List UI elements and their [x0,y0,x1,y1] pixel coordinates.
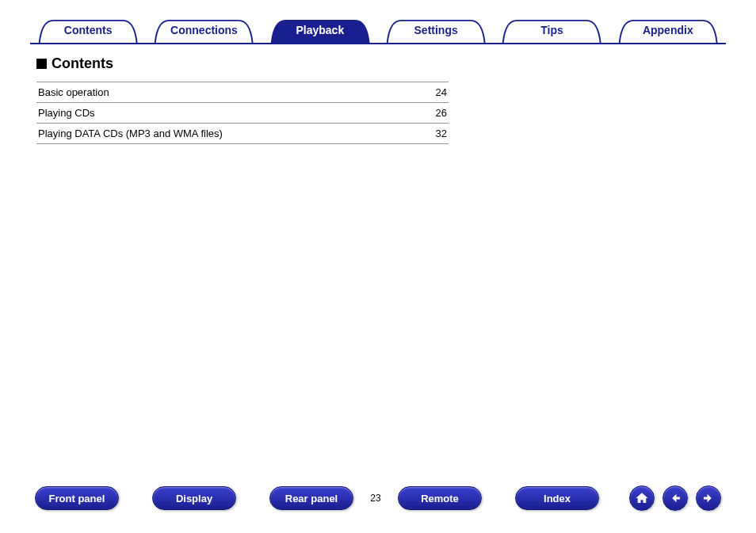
tab-playback[interactable]: Playback [262,19,378,43]
section-title-text: Contents [52,55,113,72]
toc-page: 26 [436,107,447,119]
prev-page-button[interactable] [662,485,688,511]
tab-label: Playback [296,24,344,36]
arrow-left-icon [668,491,682,505]
home-button[interactable] [629,485,655,511]
tab-label: Contents [64,24,113,36]
display-button[interactable]: Display [152,486,236,510]
toc-title: Playing CDs [38,107,95,119]
content-area: Contents Basic operation 24 Playing CDs … [36,55,449,144]
remote-button[interactable]: Remote [398,486,482,510]
next-page-button[interactable] [696,485,721,511]
arrow-right-icon [701,491,716,505]
tab-label: Appendix [643,24,693,36]
rear-panel-button[interactable]: Rear panel [269,486,353,510]
toc-page: 24 [436,86,447,98]
index-button[interactable]: Index [515,486,599,510]
tab-label: Settings [414,24,458,36]
toc-row[interactable]: Playing CDs 26 [36,103,449,124]
toc-title: Basic operation [38,86,109,98]
front-panel-button[interactable]: Front panel [35,486,119,510]
home-icon [635,491,649,505]
toc-title: Playing DATA CDs (MP3 and WMA files) [38,128,223,139]
button-label: Front panel [49,493,105,504]
tab-appendix[interactable]: Appendix [610,19,726,43]
button-label: Index [544,493,571,504]
button-label: Rear panel [285,493,338,504]
toc-row[interactable]: Playing DATA CDs (MP3 and WMA files) 32 [36,124,449,144]
section-title: Contents [36,55,449,72]
toc-page: 32 [436,128,447,139]
tab-label: Tips [540,24,563,36]
tab-contents[interactable]: Contents [30,19,146,43]
tab-label: Connections [170,24,238,36]
tab-settings[interactable]: Settings [378,19,494,43]
tab-tips[interactable]: Tips [494,19,609,43]
square-bullet-icon [36,59,47,69]
tab-connections[interactable]: Connections [146,19,262,43]
top-tabs: Contents Connections Playback Settings T… [30,19,726,44]
button-label: Display [176,493,212,504]
toc-list: Basic operation 24 Playing CDs 26 Playin… [36,82,449,144]
bottom-nav: Front panel Display Rear panel 23 Remote… [0,485,756,511]
button-label: Remote [421,493,459,504]
toc-row[interactable]: Basic operation 24 [36,82,449,103]
page-number: 23 [353,493,398,504]
